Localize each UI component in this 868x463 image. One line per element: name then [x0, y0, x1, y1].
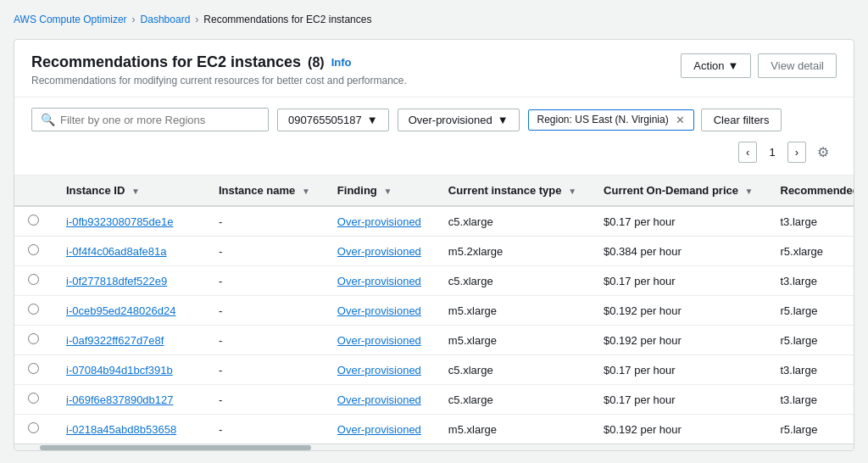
row-radio-7[interactable]	[28, 422, 39, 433]
scrollbar-track	[40, 445, 311, 450]
table-row: i-0218a45abd8b53658-Over-provisionedm5.x…	[14, 415, 854, 444]
row-radio-0[interactable]	[28, 215, 39, 226]
rec-type-cell: r5.large	[767, 326, 854, 355]
account-filter-label: 090765505187	[288, 114, 362, 126]
finding-link[interactable]: Over-provisioned	[337, 364, 421, 377]
search-box[interactable]: 🔍	[31, 108, 269, 131]
status-dropdown-icon: ▼	[498, 114, 509, 126]
instance-name-header[interactable]: Instance name ▼	[205, 176, 324, 206]
instance-name-cell: -	[205, 206, 324, 237]
finding-link[interactable]: Over-provisioned	[337, 275, 421, 287]
current-type-cell: m5.2xlarge	[435, 237, 590, 266]
demand-price-header[interactable]: Current On-Demand price ▼	[590, 176, 766, 206]
info-link[interactable]: Info	[331, 56, 352, 69]
instance-id-link[interactable]: i-0fb9323080785de1e	[66, 215, 174, 228]
table-row: i-0fb9323080785de1e-Over-provisionedc5.x…	[14, 206, 854, 237]
account-filter-button[interactable]: 090765505187 ▼	[277, 109, 389, 131]
breadcrumb-current: Recommendations for EC2 instances	[203, 14, 371, 25]
instance-id-link[interactable]: i-0af9322ff627d7e8f	[66, 334, 164, 347]
instance-id-header[interactable]: Instance ID ▼	[53, 176, 205, 206]
finding-link[interactable]: Over-provisioned	[337, 334, 421, 347]
demand-price-cell: $0.192 per hour	[590, 415, 766, 444]
instance-name-cell: -	[205, 415, 324, 444]
rec-type-cell: t3.large	[767, 385, 854, 415]
instance-id-link[interactable]: i-0218a45abd8b53658	[66, 423, 176, 436]
instance-id-sort-icon: ▼	[131, 187, 140, 196]
status-filter-button[interactable]: Over-provisioned ▼	[398, 109, 520, 131]
breadcrumb-dashboard[interactable]: Dashboard	[141, 14, 191, 25]
current-type-sort-icon: ▼	[568, 187, 576, 196]
current-type-cell: m5.xlarge	[435, 296, 590, 326]
row-radio-1[interactable]	[28, 244, 39, 255]
breadcrumb-sep-2: ›	[195, 14, 198, 25]
account-dropdown-icon: ▼	[367, 114, 378, 126]
current-type-cell: c5.xlarge	[435, 355, 590, 385]
horizontal-scrollbar[interactable]	[14, 443, 854, 450]
table-row: i-0f4f4c06ad8afe81a-Over-provisionedm5.2…	[14, 237, 854, 266]
finding-header[interactable]: Finding ▼	[324, 176, 435, 206]
finding-sort-icon: ▼	[383, 187, 392, 196]
table-wrapper: Instance ID ▼ Instance name ▼ Finding ▼	[14, 176, 854, 443]
instance-name-cell: -	[205, 237, 324, 266]
region-tag-close[interactable]: ✕	[676, 114, 685, 126]
row-radio-5[interactable]	[28, 363, 39, 374]
table-row: i-069f6e837890db127-Over-provisionedc5.x…	[14, 385, 854, 415]
region-tag-label: Region: US East (N. Virginia)	[537, 114, 669, 126]
current-type-cell: c5.xlarge	[435, 266, 590, 296]
instance-id-link[interactable]: i-07084b94d1bcf391b	[66, 364, 173, 377]
table-settings-button[interactable]: ⚙	[810, 140, 837, 165]
breadcrumb: AWS Compute Optimizer › Dashboard › Reco…	[14, 14, 854, 25]
search-icon: 🔍	[41, 113, 55, 126]
prev-page-button[interactable]: ‹	[738, 142, 757, 163]
search-input[interactable]	[60, 114, 259, 126]
card-subtitle: Recommendations for modifying current re…	[31, 75, 407, 86]
current-type-cell: m5.xlarge	[435, 415, 590, 444]
instance-id-link[interactable]: i-0ceb95ed248026d24	[66, 304, 175, 317]
next-page-button[interactable]: ›	[787, 142, 806, 163]
current-type-header[interactable]: Current instance type ▼	[435, 176, 590, 206]
demand-price-cell: $0.17 per hour	[590, 385, 766, 415]
recommendations-table: Instance ID ▼ Instance name ▼ Finding ▼	[14, 176, 854, 443]
demand-price-cell: $0.384 per hour	[590, 237, 766, 266]
breadcrumb-sep-1: ›	[132, 14, 136, 25]
row-radio-3[interactable]	[28, 304, 39, 315]
breadcrumb-optimizer[interactable]: AWS Compute Optimizer	[14, 14, 127, 25]
demand-price-cell: $0.192 per hour	[590, 326, 766, 355]
row-radio-2[interactable]	[28, 274, 39, 285]
region-filter-tag: Region: US East (N. Virginia) ✕	[528, 109, 694, 131]
finding-link[interactable]: Over-provisioned	[337, 245, 421, 258]
current-type-cell: c5.xlarge	[435, 385, 590, 415]
demand-price-cell: $0.17 per hour	[590, 206, 766, 237]
finding-link[interactable]: Over-provisioned	[337, 393, 421, 406]
main-card: Recommendations for EC2 instances (8) In…	[14, 39, 854, 451]
finding-link[interactable]: Over-provisioned	[337, 215, 421, 228]
clear-filters-button[interactable]: Clear filters	[701, 109, 782, 131]
table-header-row: Instance ID ▼ Instance name ▼ Finding ▼	[14, 176, 854, 206]
current-type-cell: m5.xlarge	[435, 326, 590, 355]
row-radio-6[interactable]	[28, 393, 39, 404]
demand-price-cell: $0.17 per hour	[590, 355, 766, 385]
instance-id-link[interactable]: i-069f6e837890db127	[66, 393, 174, 406]
filter-bar: 🔍 090765505187 ▼ Over-provisioned ▼ Regi…	[14, 98, 854, 176]
rec-type-cell: r5.large	[767, 415, 854, 444]
instance-id-link[interactable]: i-0f4f4c06ad8afe81a	[66, 245, 167, 258]
view-detail-button[interactable]: View detail	[758, 53, 837, 78]
rec-type-cell: t3.large	[767, 266, 854, 296]
rec-type-cell: t3.large	[767, 355, 854, 385]
action-label: Action	[693, 59, 724, 72]
card-header: Recommendations for EC2 instances (8) In…	[14, 40, 854, 98]
rec-type-header[interactable]: Recommended instance type ▼	[767, 176, 854, 206]
count-badge: (8)	[308, 55, 325, 70]
finding-link[interactable]: Over-provisioned	[337, 423, 421, 436]
finding-link[interactable]: Over-provisioned	[337, 304, 421, 317]
rec-type-cell: t3.large	[767, 206, 854, 237]
instance-id-link[interactable]: i-0f277818dfef522e9	[66, 275, 167, 287]
select-column-header	[14, 176, 53, 206]
action-button[interactable]: Action ▼	[681, 53, 751, 78]
status-filter-label: Over-provisioned	[409, 114, 492, 126]
row-radio-4[interactable]	[28, 333, 39, 344]
current-type-cell: c5.xlarge	[435, 206, 590, 237]
pagination-area: ‹ 1 › ⚙	[738, 140, 837, 165]
table-row: i-07084b94d1bcf391b-Over-provisionedc5.x…	[14, 355, 854, 385]
rec-type-cell: r5.xlarge	[767, 237, 854, 266]
